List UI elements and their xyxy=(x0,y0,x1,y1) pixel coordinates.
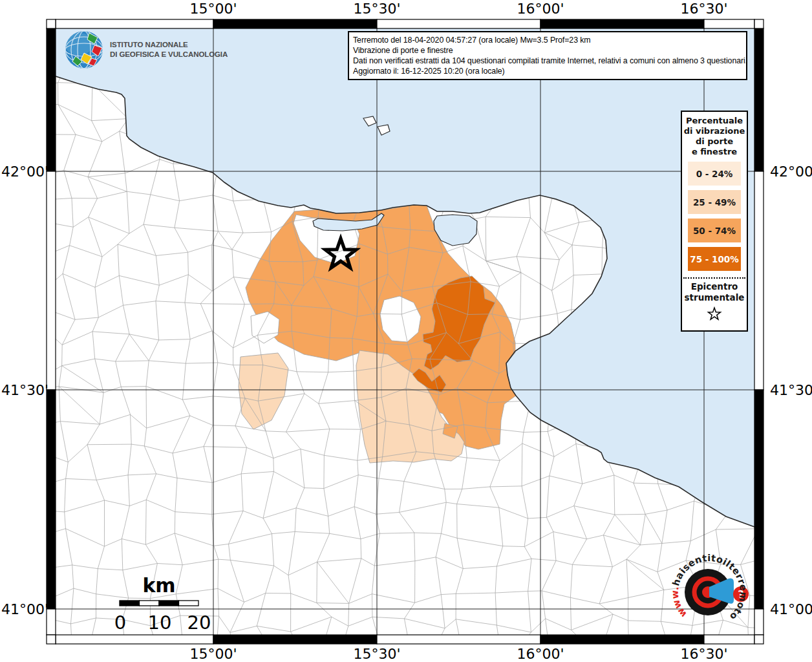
legend-title-line: e finestre xyxy=(682,147,747,157)
lon-label-top-2: 16°00' xyxy=(517,1,564,17)
legend-epicenter-line: strumentale xyxy=(682,292,747,303)
lon-label-top-1: 15°30' xyxy=(353,1,400,17)
scale-tick-10: 10 xyxy=(148,612,172,634)
scale-bar-unit: km xyxy=(142,574,175,597)
legend-divider xyxy=(683,277,745,279)
legend-class-1: 25 - 49% xyxy=(688,190,741,214)
legend-title-line: di porte xyxy=(682,136,747,147)
legend-class-2: 50 - 74% xyxy=(688,219,741,242)
legend-epicenter-line: Epicentro xyxy=(682,281,747,292)
legend-star-icon xyxy=(682,306,747,325)
lon-label-top-3: 16°30' xyxy=(680,1,727,17)
legend-epicenter-label: Epicentrostrumentale xyxy=(682,281,747,303)
lon-label-bottom-3: 16°30' xyxy=(680,646,727,662)
event-updated-line: Aggiornato il: 16-12-2025 10:20 (ora loc… xyxy=(353,66,742,76)
scale-tick-20: 20 xyxy=(187,612,211,634)
legend-title: Percentualedi vibrazionedi portee finest… xyxy=(682,116,747,157)
event-info-box: Terremoto del 18-04-2020 04:57:27 (ora l… xyxy=(348,31,747,80)
ingv-name-line2: DI GEOFISICA E VULCANOLOGIA xyxy=(110,50,228,58)
legend-class-0: 0 - 24% xyxy=(688,162,741,186)
lat-label-left-0: 42°00' xyxy=(1,164,44,180)
lat-label-left-1: 41°30' xyxy=(1,382,44,398)
map-legend: Percentualedi vibrazionedi portee finest… xyxy=(681,111,748,332)
lon-label-top-0: 15°00' xyxy=(189,1,237,17)
legend-title-line: di vibrazione xyxy=(682,126,747,136)
lat-label-right-2: 41°00' xyxy=(770,601,812,617)
legend-title-line: Percentuale xyxy=(682,116,747,126)
lon-label-bottom-1: 15°30' xyxy=(353,646,400,662)
legend-class-3: 75 - 100% xyxy=(688,247,741,271)
ingv-name-line1: ISTITUTO NAZIONALE xyxy=(110,41,188,48)
map-screenshot: { "branding": { "ingv_line1": "ISTITUTO … xyxy=(0,0,812,662)
event-subject-line: Vibrazione di porte e finestre xyxy=(353,45,742,56)
scale-tick-0: 0 xyxy=(114,612,126,634)
lat-label-right-1: 41°30' xyxy=(770,382,812,398)
lat-label-left-2: 41°00' xyxy=(1,601,44,617)
lon-label-bottom-0: 15°00' xyxy=(189,646,237,662)
legend-classes: 0 - 24%25 - 49%50 - 74%75 - 100% xyxy=(682,162,747,271)
event-data-line: Dati non verificati estratti da 104 ques… xyxy=(353,56,742,66)
lon-label-bottom-2: 16°00' xyxy=(517,646,564,662)
lat-label-right-0: 42°00' xyxy=(770,164,812,180)
event-title-line: Terremoto del 18-04-2020 04:57:27 (ora l… xyxy=(353,35,742,45)
